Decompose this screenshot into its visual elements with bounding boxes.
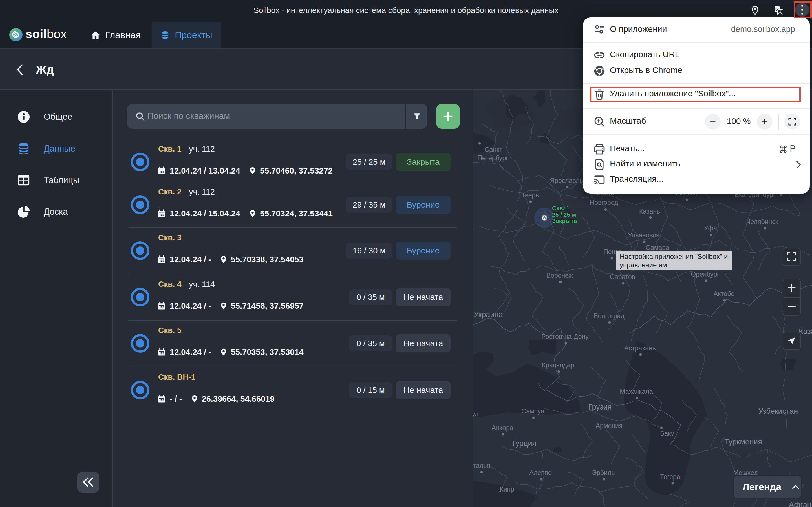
- svg-text:Самсун: Самсун: [521, 407, 544, 415]
- svg-text:Грузия: Грузия: [588, 403, 612, 411]
- svg-text:Воронеж: Воронеж: [546, 272, 573, 279]
- svg-text:Самара: Самара: [646, 244, 669, 251]
- svg-text:Армения: Армения: [596, 422, 622, 430]
- svg-text:Оренбург: Оренбург: [691, 271, 719, 278]
- svg-text:Узбекистан: Узбекистан: [758, 407, 798, 415]
- svg-text:Махачкала: Махачкала: [620, 388, 653, 395]
- svg-text:Туркмения: Туркмения: [724, 438, 762, 446]
- svg-text:25 / 25 м: 25 / 25 м: [552, 211, 576, 218]
- svg-text:Афганис: Афганис: [789, 501, 812, 507]
- svg-text:Алеппо: Алеппо: [529, 469, 552, 476]
- svg-text:Эрбиль: Эрбиль: [592, 469, 615, 476]
- svg-text:Турция: Турция: [511, 439, 536, 448]
- svg-text:Саратов: Саратов: [610, 273, 635, 281]
- svg-text:Кипр: Кипр: [500, 486, 514, 493]
- svg-text:Ростов-на-Дону: Ростов-на-Дону: [541, 333, 589, 340]
- svg-text:Тегеран: Тегеран: [660, 473, 684, 481]
- svg-text:Каза: Каза: [799, 327, 812, 336]
- svg-text:ул: ул: [473, 410, 478, 418]
- svg-text:Казань: Казань: [639, 208, 660, 215]
- svg-text:Ульяновск: Ульяновск: [628, 231, 659, 239]
- svg-text:Краснодар: Краснодар: [542, 361, 574, 369]
- svg-text:Ярославль: Ярославль: [550, 177, 583, 184]
- svg-text:нталья: нталья: [473, 462, 490, 469]
- svg-text:Украина: Украина: [474, 311, 503, 319]
- svg-text:Петербург: Петербург: [477, 154, 508, 162]
- svg-text:Уфа: Уфа: [704, 224, 717, 232]
- svg-text:Анкара: Анкара: [492, 424, 513, 432]
- svg-text:Волгоград: Волгоград: [594, 313, 624, 320]
- svg-text:Актобе: Актобе: [714, 290, 734, 297]
- svg-text:Астрахань: Астрахань: [624, 344, 656, 352]
- svg-text:Новгород: Новгород: [590, 199, 618, 206]
- svg-text:Челябинск: Челябинск: [746, 218, 778, 225]
- svg-text:Закрыта: Закрыта: [552, 217, 577, 224]
- svg-text:Санкт-: Санкт-: [485, 146, 505, 153]
- svg-text:Баку: Баку: [660, 430, 674, 437]
- svg-text:Тверь: Тверь: [521, 191, 539, 199]
- svg-text:Скв. 1: Скв. 1: [552, 205, 569, 211]
